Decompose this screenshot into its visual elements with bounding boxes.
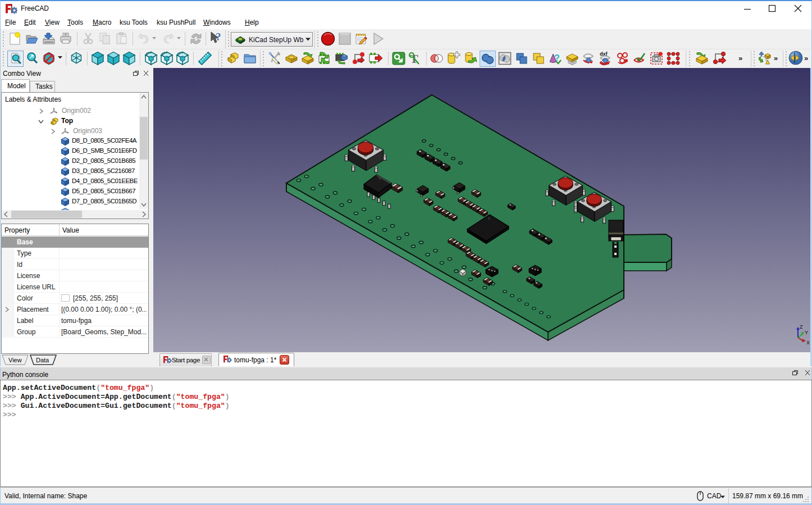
svg-text:Y: Y [805,330,808,335]
svg-text:X: X [806,340,810,345]
svg-text:Z: Z [800,324,803,330]
